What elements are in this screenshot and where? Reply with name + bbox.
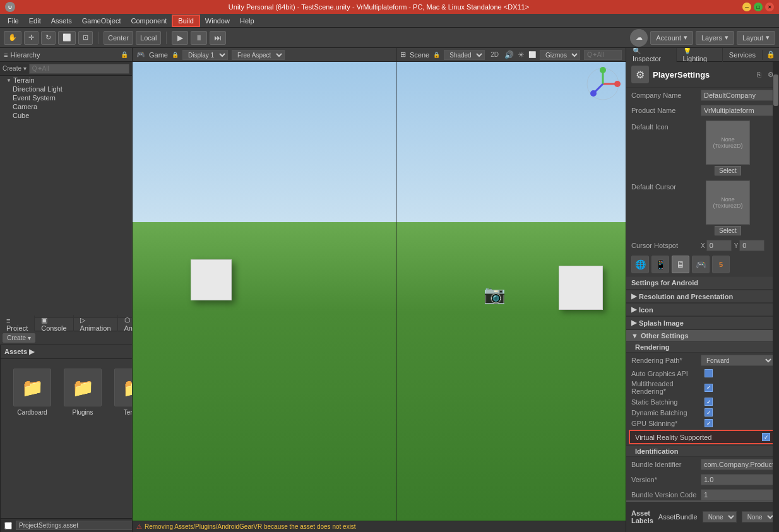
tab-services[interactable]: Services: [723, 50, 763, 60]
game-display-select[interactable]: Display 1: [182, 50, 228, 60]
step-button[interactable]: ⏭: [210, 31, 226, 45]
multithreaded-checkbox[interactable]: ✓: [705, 384, 713, 392]
assetbundle-select[interactable]: None: [703, 511, 737, 523]
game-scene-render: [133, 62, 396, 521]
hierarchy-item-cube[interactable]: Cube: [0, 111, 132, 120]
titlebar: U Unity Personal (64bit) - TestScene.uni…: [0, 0, 779, 14]
icon-section[interactable]: ▶ Icon: [626, 303, 779, 316]
platform-web-icon[interactable]: 🌐: [631, 256, 649, 273]
asset-path-checkbox[interactable]: [4, 522, 12, 529]
menu-file[interactable]: File: [3, 16, 24, 26]
inspector-header: ⚙ PlayerSettings ⎘ ⚙: [626, 62, 779, 88]
default-icon-select-button[interactable]: Select: [715, 166, 741, 175]
rendering-path-select[interactable]: Forward: [701, 355, 774, 366]
terrain-folder-icon: 📁: [114, 369, 132, 406]
hand-tool[interactable]: ✋: [4, 31, 21, 45]
platform-html5-icon[interactable]: 5: [712, 256, 730, 273]
scene-audio-toggle[interactable]: 🔊: [504, 50, 514, 59]
inspector-panel: 🔍 Inspector 💡 Lighting Services 🔒 ⚙ Play…: [626, 48, 779, 532]
identification-section: Identification: [626, 446, 779, 457]
inspector-scrollbar[interactable]: [773, 62, 779, 532]
play-button[interactable]: ▶: [172, 31, 188, 45]
local-button[interactable]: Local: [136, 31, 161, 45]
inspector-scrollbar-thumb[interactable]: [773, 74, 778, 106]
tab-project[interactable]: ≡ Project: [0, 316, 35, 333]
project-create-button[interactable]: Create ▾: [3, 333, 35, 343]
platform-desktop-icon[interactable]: 🖥: [672, 256, 689, 273]
scene-gizmos-select[interactable]: Gizmos: [540, 50, 580, 60]
splash-section[interactable]: ▶ Splash Image: [626, 316, 779, 329]
center-button[interactable]: Center: [104, 31, 133, 45]
game-view-header: 🎮 Game 🔒 Display 1 Free Aspect: [133, 48, 396, 62]
auto-graphics-label: Auto Graphics API: [631, 370, 701, 377]
rect-tool[interactable]: ⊡: [78, 31, 93, 45]
gpu-skinning-checkbox[interactable]: ✓: [705, 419, 713, 427]
tab-animation[interactable]: ▷ Animation: [74, 315, 118, 333]
bundle-version-input[interactable]: [701, 489, 779, 500]
bundle-id-input[interactable]: [701, 459, 779, 470]
dynamic-batching-row: Dynamic Batching ✓: [626, 407, 779, 418]
version-input[interactable]: [701, 474, 779, 485]
company-name-input[interactable]: [701, 90, 779, 101]
scene-scene-toggle[interactable]: ⬜: [528, 51, 536, 58]
asset-footer: ProjectSettings.asset: [1, 518, 132, 532]
menu-build[interactable]: Build: [172, 15, 199, 27]
hierarchy-item-event-system[interactable]: Event System: [0, 93, 132, 102]
menu-edit[interactable]: Edit: [24, 16, 46, 26]
close-button[interactable]: ✕: [765, 3, 774, 11]
assetbundle-variant-select[interactable]: None: [742, 511, 776, 523]
cursor-hotspot-y-input[interactable]: [739, 240, 764, 251]
menu-component[interactable]: Component: [126, 16, 172, 26]
cardboard-label: Cardboard: [17, 409, 47, 416]
game-cube: [191, 259, 232, 300]
asset-cardboard[interactable]: 📁 Cardboard: [13, 369, 51, 416]
pause-button[interactable]: ⏸: [191, 31, 207, 45]
maximize-button[interactable]: □: [754, 3, 763, 11]
auto-graphics-checkbox[interactable]: [705, 369, 713, 377]
scale-tool[interactable]: ⬜: [58, 31, 76, 45]
rotate-tool[interactable]: ↻: [41, 31, 56, 45]
menu-window[interactable]: Window: [200, 16, 235, 26]
layout-dropdown[interactable]: Layout ▾: [737, 31, 775, 45]
other-arrow: ▼: [631, 332, 638, 340]
game-icon: 🎮: [136, 50, 145, 59]
resolution-section[interactable]: ▶ Resolution and Presentation: [626, 290, 779, 303]
hierarchy-lock[interactable]: 🔒: [121, 51, 128, 58]
other-settings-section[interactable]: ▼ Other Settings: [626, 329, 779, 342]
dynamic-batching-label: Dynamic Batching: [631, 409, 701, 417]
menu-gameobject[interactable]: GameObject: [77, 16, 126, 26]
inspector-lock[interactable]: 🔒: [763, 50, 779, 59]
default-icon-label: Default Icon: [631, 121, 701, 131]
static-batching-checkbox[interactable]: ✓: [705, 398, 713, 406]
default-cursor-select-button[interactable]: Select: [715, 226, 741, 235]
menu-assets[interactable]: Assets: [46, 16, 77, 26]
minimize-button[interactable]: ─: [742, 3, 751, 11]
default-cursor-row: Default Cursor None (Texture2D) Select: [626, 178, 779, 238]
scene-fx-toggle[interactable]: ☀: [518, 50, 525, 59]
vr-supported-checkbox[interactable]: ✓: [762, 433, 770, 441]
scene-2d-toggle[interactable]: 2D: [489, 51, 501, 58]
platform-mobile-icon[interactable]: 📱: [651, 256, 669, 273]
inspector-options-icon[interactable]: ⎘: [757, 71, 761, 78]
hierarchy-item-camera[interactable]: Camera: [0, 102, 132, 111]
hierarchy-item-directional-light[interactable]: Directional Light: [0, 85, 132, 93]
platform-gamepad-icon[interactable]: 🎮: [692, 256, 710, 273]
game-aspect-select[interactable]: Free Aspect: [232, 50, 285, 60]
scene-shaded-select[interactable]: Shaded: [444, 50, 485, 60]
menu-help[interactable]: Help: [235, 16, 259, 26]
project-toolbar: Create ▾: [0, 331, 132, 345]
layers-dropdown[interactable]: Layers ▾: [696, 31, 734, 45]
move-tool[interactable]: ✛: [24, 31, 39, 45]
asset-terrain[interactable]: 📁 Terrain: [114, 369, 132, 416]
dynamic-batching-checkbox[interactable]: ✓: [705, 408, 713, 417]
hierarchy-search-input[interactable]: [29, 64, 129, 74]
tab-console[interactable]: ▣ Console: [35, 315, 73, 333]
product-name-row: Product Name: [626, 103, 779, 118]
product-name-input[interactable]: [701, 105, 779, 116]
scene-search-input[interactable]: [584, 50, 622, 60]
hierarchy-item-terrain[interactable]: ▼ Terrain: [0, 76, 132, 85]
cursor-hotspot-x-input[interactable]: [706, 240, 732, 251]
asset-plugins[interactable]: 📁 Plugins: [64, 369, 102, 416]
account-dropdown[interactable]: Account ▾: [650, 31, 693, 45]
hierarchy-header: ≡ Hierarchy 🔒: [0, 48, 132, 62]
